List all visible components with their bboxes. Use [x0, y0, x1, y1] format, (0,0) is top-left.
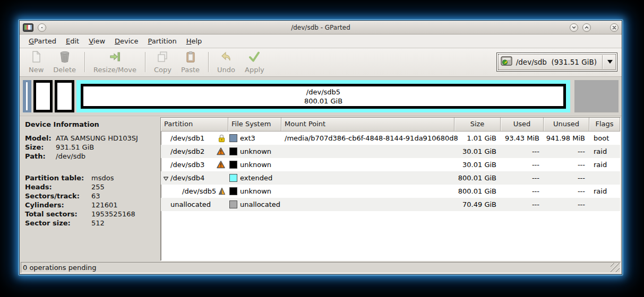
warning-icon	[217, 161, 225, 169]
partition-segment-size: 800.01 GiB	[304, 97, 342, 106]
info-label: Path:	[25, 152, 56, 161]
fs-name: unknown	[240, 187, 271, 195]
size-value: 800.01 GiB	[454, 174, 501, 182]
used-value: ---	[501, 174, 544, 182]
column-header-filesystem: File System	[228, 118, 281, 132]
column-header-size: Size	[454, 118, 501, 132]
table-row-sdb4[interactable]: /dev/sdb4 extended 800.01 GiB --- ---	[161, 171, 620, 185]
partition-segment-sdb2[interactable]	[33, 80, 53, 112]
menu-item-gparted[interactable]: GParted	[24, 36, 61, 47]
toolbar-button-label: Apply	[245, 66, 264, 74]
fs-color-swatch	[229, 147, 237, 155]
partition-name: /dev/sdb4	[170, 174, 204, 182]
info-label: Cylinders:	[25, 200, 91, 209]
toolbar-button-label: Undo	[217, 66, 235, 74]
unused-value: ---	[544, 161, 589, 169]
partition-segment-unallocated[interactable]	[574, 80, 619, 112]
fs-color-swatch	[229, 174, 237, 182]
apply-button[interactable]: Apply	[240, 49, 269, 75]
mount-point: /media/b707d386-cb6f-4848-8144-91da91068…	[281, 134, 454, 142]
status-text: 0 operations pending	[23, 264, 97, 272]
info-value: 1953525168	[91, 209, 135, 219]
size-value: 800.01 GiB	[454, 187, 501, 195]
fs-color-swatch	[229, 187, 237, 195]
menu-item-edit[interactable]: Edit	[61, 36, 84, 47]
combo-divider	[602, 55, 603, 69]
flags-value: raid	[589, 187, 620, 195]
column-header-partition: Partition	[161, 118, 228, 132]
menu-item-partition[interactable]: Partition	[143, 36, 182, 47]
minimize-button[interactable]	[570, 23, 578, 32]
resize-move-button[interactable]: Resize/Move	[89, 49, 141, 75]
trash-icon	[58, 50, 71, 65]
column-header-flags: Flags	[589, 118, 620, 132]
partition-segment-sdb3[interactable]	[55, 80, 74, 112]
window-title: /dev/sdb - GParted	[20, 24, 622, 31]
new-document-icon	[30, 50, 42, 65]
partition-segment-name: /dev/sdb5	[306, 88, 340, 97]
apply-checkmark-icon	[248, 50, 261, 65]
column-header-used: Used	[501, 118, 544, 132]
table-header-row: Partition File System Mount Point Size U…	[161, 118, 620, 132]
info-value: msdos	[91, 173, 114, 182]
partition-name: /dev/sdb3	[170, 161, 204, 169]
table-row-sdb2[interactable]: /dev/sdb2 unknown 30.01 GiB --- --- raid	[161, 145, 620, 158]
gparted-window: /dev/sdb - GParted GParted Edit View Dev…	[19, 20, 622, 275]
expander-open-icon[interactable]	[163, 175, 169, 183]
delete-button[interactable]: Delete	[48, 49, 81, 75]
info-label: Total sectors:	[25, 209, 91, 219]
menu-item-device[interactable]: Device	[110, 36, 143, 47]
info-label: Sector size:	[25, 219, 91, 228]
info-value: 121601	[91, 200, 118, 209]
partition-name: /dev/sdb5	[182, 187, 216, 195]
toolbar-button-label: Paste	[181, 66, 200, 74]
fs-name: unknown	[240, 147, 271, 155]
used-value: 93.43 MiB	[501, 134, 544, 142]
new-button[interactable]: New	[24, 49, 48, 75]
menu-item-help[interactable]: Help	[182, 36, 207, 47]
partition-name: /dev/sdb1	[170, 134, 204, 142]
gparted-app-icon	[23, 23, 33, 32]
column-header-mountpoint: Mount Point	[281, 118, 454, 132]
window-menu-button[interactable]	[38, 23, 46, 32]
partition-segment-sdb1[interactable]	[23, 80, 31, 112]
device-information-panel: Device Information Model:ATA SAMSUNG HD1…	[21, 117, 159, 261]
titlebar[interactable]: /dev/sdb - GParted	[20, 21, 622, 34]
copy-icon	[156, 50, 169, 65]
undo-button[interactable]: Undo	[212, 49, 240, 75]
flags-value: raid	[589, 161, 620, 169]
menu-item-view[interactable]: View	[84, 36, 110, 47]
harddisk-icon	[501, 56, 512, 68]
info-value: 63	[91, 191, 100, 200]
device-information-title: Device Information	[25, 120, 156, 128]
info-value: 931.51 GiB	[56, 143, 94, 152]
info-value: /dev/sdb	[56, 152, 85, 161]
fs-color-swatch	[229, 134, 237, 142]
used-value: ---	[501, 187, 544, 195]
device-selector-combo[interactable]: /dev/sdb (931.51 GiB)	[496, 53, 617, 72]
device-selector-value: /dev/sdb (931.51 GiB)	[516, 58, 597, 66]
info-label: Size:	[25, 143, 56, 152]
unused-value: ---	[544, 147, 589, 155]
partition-name: /dev/sdb2	[170, 147, 204, 155]
toolbar-separator	[84, 52, 85, 72]
info-value: 255	[91, 182, 105, 191]
info-label: Sectors/track:	[25, 191, 91, 200]
close-button[interactable]	[610, 23, 619, 32]
table-row-sdb5[interactable]: /dev/sdb5 unknown 800.01 GiB --- --- rai…	[161, 185, 620, 198]
copy-button[interactable]: Copy	[149, 49, 176, 75]
table-row-sdb1[interactable]: /dev/sdb1 ext3 /media/b707d386-cb6f-4848…	[161, 132, 620, 145]
table-row-sdb3[interactable]: /dev/sdb3 unknown 30.01 GiB --- --- raid	[161, 158, 620, 171]
table-row-unallocated[interactable]: unallocated unallocated 70.49 GiB --- --…	[161, 198, 620, 211]
partition-segment-sdb4-extended[interactable]: /dev/sdb5 800.01 GiB	[76, 80, 570, 112]
fs-color-swatch	[229, 200, 237, 208]
paste-button[interactable]: Paste	[176, 49, 204, 75]
paste-clipboard-icon	[184, 50, 197, 65]
resize-grip[interactable]	[611, 263, 620, 272]
toolbar-button-label: Resize/Move	[93, 66, 136, 74]
size-value: 30.01 GiB	[454, 161, 501, 169]
size-value: 1.01 GiB	[454, 134, 501, 142]
partition-segment-sdb5[interactable]: /dev/sdb5 800.01 GiB	[81, 84, 566, 109]
chevron-down-icon	[607, 60, 613, 64]
maximize-button[interactable]	[582, 23, 591, 32]
